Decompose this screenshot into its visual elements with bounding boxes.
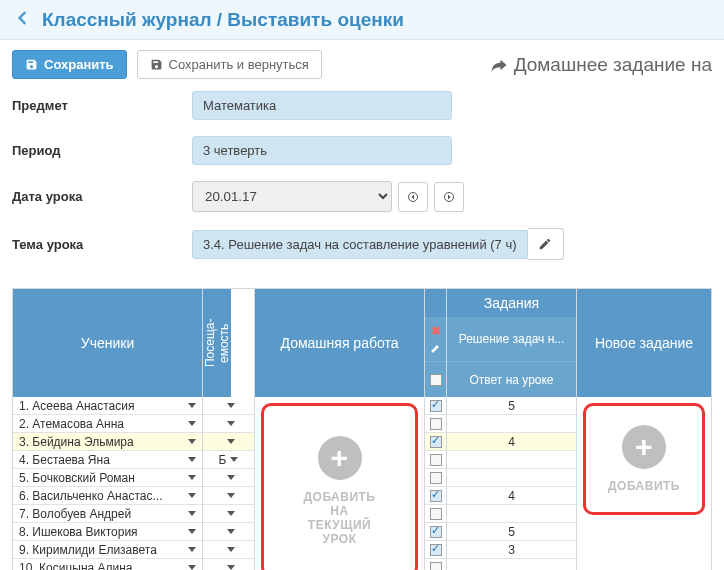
subject-chip[interactable]: Математика <box>192 91 452 120</box>
checkbox[interactable] <box>430 418 442 430</box>
checkbox[interactable] <box>430 508 442 520</box>
chevron-down-icon[interactable] <box>188 457 196 462</box>
add-task-button[interactable]: + ДОБАВИТЬ <box>583 403 705 515</box>
chevron-down-icon[interactable] <box>227 511 235 516</box>
attendance-cell[interactable] <box>203 523 254 541</box>
chevron-down-icon[interactable] <box>227 493 235 498</box>
chevron-down-icon[interactable] <box>188 493 196 498</box>
attendance-cell[interactable] <box>203 433 254 451</box>
student-row[interactable]: 1. Асеева Анастасия <box>13 397 202 415</box>
task-controls[interactable]: ✖ <box>425 317 446 361</box>
chevron-down-icon[interactable] <box>230 457 238 462</box>
chevron-down-icon[interactable] <box>227 421 235 426</box>
check-cell[interactable] <box>425 397 446 415</box>
topic-edit-button[interactable] <box>528 228 564 260</box>
chevron-down-icon[interactable] <box>227 439 235 444</box>
new-task-header: Новое задание <box>577 289 711 397</box>
header-checkbox[interactable] <box>430 374 442 386</box>
checkbox[interactable] <box>430 526 442 538</box>
mark-cell[interactable] <box>447 505 576 523</box>
student-row[interactable]: 4. Бестаева Яна <box>13 451 202 469</box>
student-row[interactable]: 8. Ишекова Виктория <box>13 523 202 541</box>
mark-cell[interactable]: 5 <box>447 397 576 415</box>
attendance-cell[interactable]: Б <box>203 451 254 469</box>
attendance-header: Посеща- емость <box>203 289 231 397</box>
mark-cell[interactable]: 4 <box>447 433 576 451</box>
date-select[interactable]: 20.01.17 <box>192 181 392 212</box>
check-cell[interactable] <box>425 505 446 523</box>
check-cell[interactable] <box>425 433 446 451</box>
mark-cell[interactable] <box>447 415 576 433</box>
chevron-down-icon[interactable] <box>227 529 235 534</box>
homework-link[interactable]: Домашнее задание на <box>490 54 712 76</box>
checkbox[interactable] <box>430 454 442 466</box>
save-button[interactable]: Сохранить <box>12 50 127 79</box>
task-name[interactable]: Решение задач н... <box>447 317 576 361</box>
check-cell[interactable] <box>425 487 446 505</box>
student-row[interactable]: 7. Волобуев Андрей <box>13 505 202 523</box>
check-cell[interactable] <box>425 523 446 541</box>
chevron-down-icon[interactable] <box>227 565 235 570</box>
period-chip[interactable]: 3 четверть <box>192 136 452 165</box>
date-prev-button[interactable] <box>398 182 428 212</box>
mark-cell[interactable] <box>447 451 576 469</box>
chevron-down-icon[interactable] <box>227 547 235 552</box>
mark-cell[interactable]: 3 <box>447 541 576 559</box>
checkbox[interactable] <box>430 562 442 571</box>
chevron-down-icon[interactable] <box>227 403 235 408</box>
chevron-down-icon[interactable] <box>188 439 196 444</box>
chevron-down-icon[interactable] <box>188 529 196 534</box>
attendance-cell[interactable] <box>203 487 254 505</box>
attendance-cell[interactable] <box>203 541 254 559</box>
checkbox[interactable] <box>430 436 442 448</box>
mark-cell[interactable]: 4 <box>447 487 576 505</box>
task-sub: Ответ на уроке <box>447 361 576 397</box>
chevron-down-icon[interactable] <box>188 511 196 516</box>
chevron-down-icon[interactable] <box>227 475 235 480</box>
attendance-cell[interactable] <box>203 469 254 487</box>
add-homework-button[interactable]: + ДОБАВИТЬ НА ТЕКУЩИЙ УРОК <box>261 403 418 570</box>
pencil-icon[interactable] <box>430 342 442 354</box>
period-label: Период <box>12 143 192 158</box>
mark-cell[interactable] <box>447 559 576 570</box>
attendance-cell[interactable] <box>203 415 254 433</box>
students-header: Ученики <box>13 289 202 397</box>
chevron-down-icon[interactable] <box>188 421 196 426</box>
student-row[interactable]: 9. Киримлиди Елизавета <box>13 541 202 559</box>
page-title: Классный журнал / Выставить оценки <box>42 9 404 31</box>
student-row[interactable]: 10. Косицына Алина <box>13 559 202 570</box>
plus-icon: + <box>318 436 362 480</box>
chevron-down-icon[interactable] <box>188 565 196 570</box>
check-cell[interactable] <box>425 415 446 433</box>
homework-header: Домашняя работа <box>255 289 424 397</box>
attendance-cell[interactable] <box>203 397 254 415</box>
share-icon <box>490 56 508 74</box>
check-cell[interactable] <box>425 541 446 559</box>
chevron-down-icon[interactable] <box>188 475 196 480</box>
checkbox[interactable] <box>430 400 442 412</box>
student-row[interactable]: 5. Бочковский Роман <box>13 469 202 487</box>
check-cell[interactable] <box>425 451 446 469</box>
check-cell[interactable] <box>425 469 446 487</box>
checkbox[interactable] <box>430 472 442 484</box>
date-next-button[interactable] <box>434 182 464 212</box>
student-row[interactable]: 2. Атемасова Анна <box>13 415 202 433</box>
attendance-cell[interactable] <box>203 559 254 570</box>
mark-cell[interactable]: 5 <box>447 523 576 541</box>
subject-label: Предмет <box>12 98 192 113</box>
mark-cell[interactable] <box>447 469 576 487</box>
chevron-down-icon[interactable] <box>188 403 196 408</box>
check-cell[interactable] <box>425 559 446 570</box>
student-row[interactable]: 6. Васильченко Анастас... <box>13 487 202 505</box>
student-row[interactable]: 3. Бейдина Эльмира <box>13 433 202 451</box>
close-icon[interactable]: ✖ <box>431 324 441 338</box>
back-icon[interactable] <box>12 8 32 31</box>
plus-icon: + <box>622 425 666 469</box>
attendance-cell[interactable] <box>203 505 254 523</box>
chevron-down-icon[interactable] <box>188 547 196 552</box>
save-return-button[interactable]: Сохранить и вернуться <box>137 50 322 79</box>
tasks-header: Задания <box>447 289 576 317</box>
checkbox[interactable] <box>430 544 442 556</box>
checkbox[interactable] <box>430 490 442 502</box>
topic-chip[interactable]: 3.4. Решение задач на составление уравне… <box>192 230 528 259</box>
